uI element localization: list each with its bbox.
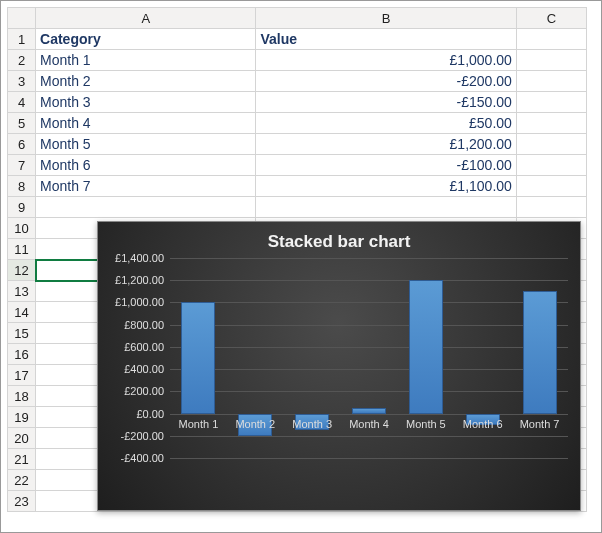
x-tick-label: Month 7 xyxy=(511,418,568,430)
cell-C5[interactable] xyxy=(516,113,586,134)
row-header[interactable]: 1 xyxy=(8,29,36,50)
cell-A6[interactable]: Month 5 xyxy=(36,134,256,155)
y-tick-label: £1,200.00 xyxy=(115,274,170,286)
select-all-corner[interactable] xyxy=(8,8,36,29)
row-header[interactable]: 19 xyxy=(8,407,36,428)
y-tick-label: £600.00 xyxy=(124,341,170,353)
chart-plot-area: £1,400.00£1,200.00£1,000.00£800.00£600.0… xyxy=(170,258,568,483)
row-header[interactable]: 14 xyxy=(8,302,36,323)
embedded-chart[interactable]: Stacked bar chart £1,400.00£1,200.00£1,0… xyxy=(97,221,581,511)
cell-C3[interactable] xyxy=(516,71,586,92)
cell-B8[interactable]: £1,100.00 xyxy=(256,176,516,197)
cell-C8[interactable] xyxy=(516,176,586,197)
cell-B1[interactable]: Value xyxy=(256,29,516,50)
y-tick-label: -£200.00 xyxy=(121,430,170,442)
row-header[interactable]: 15 xyxy=(8,323,36,344)
row-header[interactable]: 5 xyxy=(8,113,36,134)
cell-B2[interactable]: £1,000.00 xyxy=(256,50,516,71)
cell-B9[interactable] xyxy=(256,197,516,218)
x-tick-label: Month 3 xyxy=(284,418,341,430)
y-tick-label: £800.00 xyxy=(124,319,170,331)
chart-bar xyxy=(409,280,443,413)
y-tick-label: -£400.00 xyxy=(121,452,170,464)
cell-C1[interactable] xyxy=(516,29,586,50)
cell-B6[interactable]: £1,200.00 xyxy=(256,134,516,155)
cell-B7[interactable]: -£100.00 xyxy=(256,155,516,176)
row-header[interactable]: 13 xyxy=(8,281,36,302)
cell-A7[interactable]: Month 6 xyxy=(36,155,256,176)
cell-B3[interactable]: -£200.00 xyxy=(256,71,516,92)
row-header[interactable]: 9 xyxy=(8,197,36,218)
cell-C4[interactable] xyxy=(516,92,586,113)
y-tick-label: £400.00 xyxy=(124,363,170,375)
cell-A5[interactable]: Month 4 xyxy=(36,113,256,134)
row-header[interactable]: 10 xyxy=(8,218,36,239)
cell-B5[interactable]: £50.00 xyxy=(256,113,516,134)
y-tick-label: £200.00 xyxy=(124,385,170,397)
x-tick-label: Month 6 xyxy=(454,418,511,430)
row-header[interactable]: 21 xyxy=(8,449,36,470)
cell-A1[interactable]: Category xyxy=(36,29,256,50)
chart-title: Stacked bar chart xyxy=(98,222,580,258)
x-tick-label: Month 5 xyxy=(397,418,454,430)
y-tick-label: £1,000.00 xyxy=(115,296,170,308)
row-header[interactable]: 23 xyxy=(8,491,36,512)
y-tick-label: £0.00 xyxy=(136,408,170,420)
chart-bar xyxy=(523,291,557,413)
row-header[interactable]: 18 xyxy=(8,386,36,407)
cell-A4[interactable]: Month 3 xyxy=(36,92,256,113)
row-header[interactable]: 20 xyxy=(8,428,36,449)
chart-bar xyxy=(181,302,215,413)
row-header[interactable]: 8 xyxy=(8,176,36,197)
row-header[interactable]: 12 xyxy=(8,260,36,281)
row-header[interactable]: 4 xyxy=(8,92,36,113)
row-header[interactable]: 17 xyxy=(8,365,36,386)
row-header[interactable]: 2 xyxy=(8,50,36,71)
x-tick-label: Month 2 xyxy=(227,418,284,430)
cell-A9[interactable] xyxy=(36,197,256,218)
cell-A2[interactable]: Month 1 xyxy=(36,50,256,71)
column-header-B[interactable]: B xyxy=(256,8,516,29)
column-header-C[interactable]: C xyxy=(516,8,586,29)
row-header[interactable]: 11 xyxy=(8,239,36,260)
chart-bar xyxy=(352,408,386,414)
row-header[interactable]: 16 xyxy=(8,344,36,365)
row-header[interactable]: 3 xyxy=(8,71,36,92)
row-header[interactable]: 22 xyxy=(8,470,36,491)
cell-C2[interactable] xyxy=(516,50,586,71)
x-tick-label: Month 1 xyxy=(170,418,227,430)
cell-A8[interactable]: Month 7 xyxy=(36,176,256,197)
cell-B4[interactable]: -£150.00 xyxy=(256,92,516,113)
x-tick-label: Month 4 xyxy=(341,418,398,430)
cell-A3[interactable]: Month 2 xyxy=(36,71,256,92)
row-header[interactable]: 7 xyxy=(8,155,36,176)
cell-C7[interactable] xyxy=(516,155,586,176)
cell-C9[interactable] xyxy=(516,197,586,218)
row-header[interactable]: 6 xyxy=(8,134,36,155)
y-tick-label: £1,400.00 xyxy=(115,252,170,264)
column-header-A[interactable]: A xyxy=(36,8,256,29)
cell-C6[interactable] xyxy=(516,134,586,155)
